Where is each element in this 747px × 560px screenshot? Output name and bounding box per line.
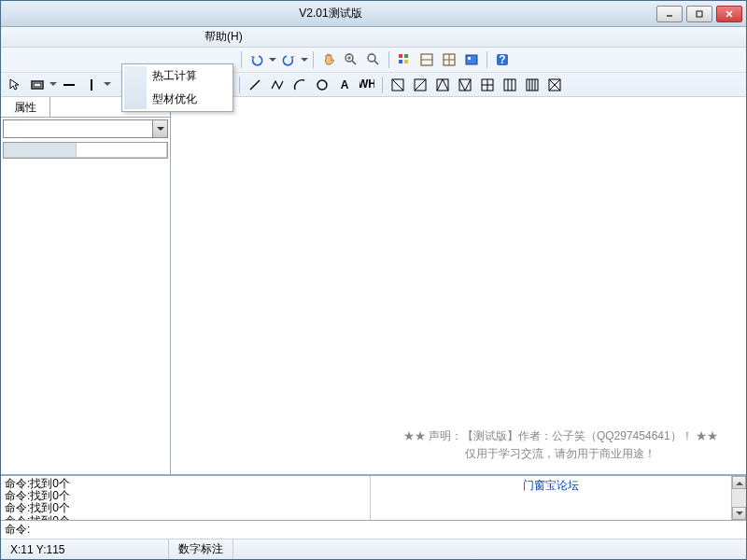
minimize-button[interactable] bbox=[656, 6, 683, 22]
tool-icon-c[interactable] bbox=[461, 49, 482, 70]
toolbar-separator bbox=[239, 77, 240, 93]
hand-icon[interactable] bbox=[318, 49, 339, 70]
window-buttons bbox=[656, 6, 742, 22]
rect-tool-icon[interactable] bbox=[27, 75, 48, 95]
line-dropdown[interactable] bbox=[104, 75, 111, 95]
svg-point-28 bbox=[317, 80, 327, 90]
log-line: 命令:找到0个 bbox=[5, 502, 366, 514]
shape-8-icon[interactable] bbox=[544, 75, 565, 95]
forum-link[interactable]: 门窗宝论坛 bbox=[523, 478, 579, 494]
svg-rect-24 bbox=[34, 83, 41, 87]
property-combo[interactable] bbox=[3, 119, 168, 138]
svg-line-32 bbox=[392, 79, 403, 91]
grid-value-cell[interactable] bbox=[77, 143, 167, 158]
drawing-canvas[interactable]: ★★ 声明：【测试版】作者：公子笑（QQ297454641）！ ★★ 仅用于学习… bbox=[171, 97, 746, 474]
help-icon[interactable]: ? bbox=[492, 49, 513, 70]
shape-6-icon[interactable] bbox=[500, 75, 520, 95]
svg-rect-36 bbox=[459, 79, 471, 91]
chevron-down-icon[interactable] bbox=[152, 120, 167, 137]
shape-4-icon[interactable] bbox=[455, 75, 475, 95]
svg-line-9 bbox=[374, 61, 378, 64]
tab-properties[interactable]: 属性 bbox=[1, 97, 50, 117]
command-input[interactable] bbox=[32, 524, 742, 537]
log-line: 命令:找到0个 bbox=[5, 515, 366, 520]
svg-rect-35 bbox=[437, 79, 448, 91]
pointer-icon[interactable] bbox=[5, 75, 25, 95]
command-label: 命令: bbox=[5, 522, 30, 538]
svg-rect-1 bbox=[697, 11, 702, 17]
command-split: 命令:找到0个 命令:找到0个 命令:找到0个 命令:找到0个 门窗宝论坛 bbox=[1, 476, 746, 520]
property-grid bbox=[3, 142, 168, 159]
polyline-icon[interactable] bbox=[267, 75, 288, 95]
svg-rect-10 bbox=[399, 54, 402, 58]
toolbar-row-2: A WH bbox=[1, 72, 746, 96]
toolbar-separator bbox=[382, 77, 383, 93]
window-title: V2.01测试版 bbox=[5, 6, 656, 21]
toolbar-separator bbox=[241, 51, 242, 68]
redo-dropdown[interactable] bbox=[301, 49, 308, 70]
close-button[interactable] bbox=[716, 6, 742, 22]
scroll-up-icon[interactable] bbox=[732, 476, 746, 489]
svg-text:WH: WH bbox=[359, 77, 374, 91]
undo-button[interactable] bbox=[247, 49, 267, 70]
popup-item-profile-opt[interactable]: 型材优化 bbox=[122, 88, 233, 111]
diag-line-icon[interactable] bbox=[245, 75, 265, 95]
property-combo-input[interactable] bbox=[4, 120, 152, 137]
dropdown-popup: 热工计算 型材优化 bbox=[121, 63, 233, 112]
shape-3-icon[interactable] bbox=[432, 75, 453, 95]
vline-icon[interactable] bbox=[81, 75, 102, 95]
redo-button[interactable] bbox=[278, 49, 299, 70]
status-mode: 数字标注 bbox=[169, 539, 233, 559]
shape-5-icon[interactable] bbox=[477, 75, 498, 95]
menu-help[interactable]: 帮助(H) bbox=[197, 27, 250, 47]
svg-text:?: ? bbox=[499, 53, 505, 66]
tool-icon-b[interactable] bbox=[439, 49, 459, 70]
shape-7-icon[interactable] bbox=[522, 75, 543, 95]
disclaimer-line2: 仅用于学习交流，请勿用于商业用途！ bbox=[403, 445, 718, 463]
menu-bar: 帮助(H) bbox=[1, 27, 746, 48]
svg-point-8 bbox=[368, 54, 375, 62]
command-log: 命令:找到0个 命令:找到0个 命令:找到0个 命令:找到0个 bbox=[1, 476, 371, 520]
hline-icon[interactable] bbox=[59, 75, 79, 95]
command-input-row: 命令: bbox=[1, 520, 746, 539]
command-area: 命令:找到0个 命令:找到0个 命令:找到0个 命令:找到0个 门窗宝论坛 命令… bbox=[1, 475, 746, 539]
shape-2-icon[interactable] bbox=[410, 75, 430, 95]
undo-dropdown[interactable] bbox=[269, 49, 276, 70]
zoom-in-icon[interactable] bbox=[341, 49, 361, 70]
svg-rect-19 bbox=[466, 55, 477, 64]
title-bar: V2.01测试版 bbox=[1, 1, 746, 27]
zoom-fit-icon[interactable] bbox=[363, 49, 384, 70]
svg-line-5 bbox=[352, 61, 356, 64]
svg-text:A: A bbox=[341, 78, 349, 91]
toolbar-area: ? A WH bbox=[1, 48, 746, 97]
status-coords: X:11 Y:115 bbox=[1, 539, 169, 559]
svg-line-27 bbox=[250, 80, 260, 90]
toolbar-row-1: ? bbox=[1, 48, 746, 72]
svg-line-34 bbox=[415, 79, 426, 91]
palette-icon[interactable] bbox=[394, 49, 415, 70]
toolbar-separator bbox=[486, 51, 487, 68]
left-panel: 属性 bbox=[1, 97, 171, 474]
popup-item-thermal[interactable]: 热工计算 bbox=[122, 64, 233, 88]
svg-rect-11 bbox=[404, 54, 408, 58]
svg-rect-20 bbox=[468, 57, 471, 60]
maximize-button[interactable] bbox=[686, 6, 712, 22]
shape-1-icon[interactable] bbox=[388, 75, 408, 95]
tool-icon-a[interactable] bbox=[416, 49, 437, 70]
grid-header-cell bbox=[4, 143, 77, 158]
circle-icon[interactable] bbox=[312, 75, 332, 95]
status-bar: X:11 Y:115 数字标注 bbox=[1, 539, 746, 559]
app-window: V2.01测试版 帮助(H) ? bbox=[0, 0, 747, 560]
text-wh-icon[interactable]: WH bbox=[357, 75, 377, 95]
forum-panel: 门窗宝论坛 bbox=[371, 476, 732, 520]
disclaimer-line1: ★★ 声明：【测试版】作者：公子笑（QQ297454641）！ ★★ bbox=[403, 427, 718, 445]
rect-dropdown[interactable] bbox=[49, 75, 57, 95]
arc-icon[interactable] bbox=[289, 75, 310, 95]
svg-rect-40 bbox=[504, 79, 515, 91]
scroll-down-icon[interactable] bbox=[732, 507, 746, 520]
toolbar-separator bbox=[313, 51, 314, 68]
disclaimer-text: ★★ 声明：【测试版】作者：公子笑（QQ297454641）！ ★★ 仅用于学习… bbox=[403, 427, 718, 463]
text-a-icon[interactable]: A bbox=[334, 75, 355, 95]
scrollbar[interactable] bbox=[731, 476, 746, 520]
main-area: 属性 ★★ 声明：【测试版】作者：公子笑（QQ297454641）！ ★★ 仅用… bbox=[1, 97, 746, 475]
